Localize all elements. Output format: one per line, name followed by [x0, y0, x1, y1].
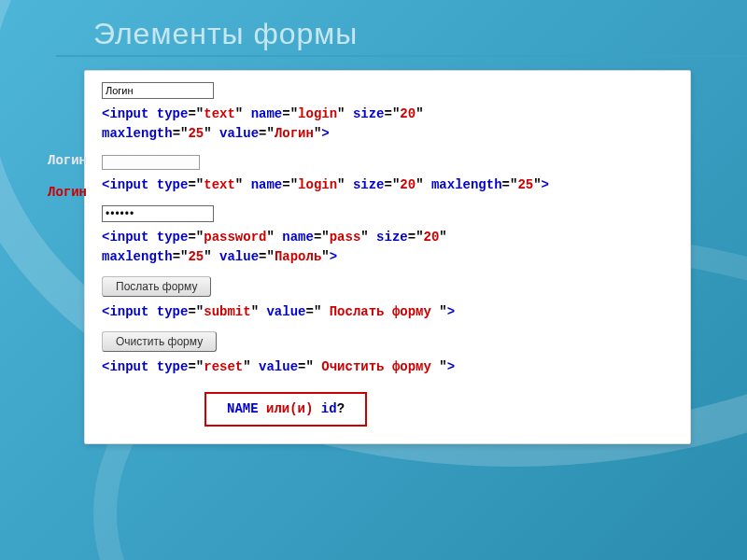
password-input[interactable]: ••••••: [102, 205, 214, 222]
example5-field: Очистить форму: [102, 331, 673, 352]
example1-code: <input type="text" name="login" size="20…: [102, 105, 673, 144]
slide-title: Элементы формы: [93, 17, 358, 50]
example2-code: <input type="text" name="login" size="20…: [102, 175, 673, 195]
example3-code: <input type="password" name="pass" size=…: [102, 228, 673, 267]
example4-code: <input type="submit" value=" Послать фор…: [102, 302, 673, 322]
ghost-label: Логин: [48, 153, 87, 168]
example4-field: Послать форму: [102, 276, 673, 297]
submit-button[interactable]: Послать форму: [102, 276, 211, 297]
example1-field: [102, 81, 673, 99]
content-panel: <input type="text" name="login" size="20…: [84, 70, 691, 444]
reset-button[interactable]: Очистить форму: [102, 331, 217, 352]
example5-code: <input type="reset" value=" Очистить фор…: [102, 357, 673, 377]
name-or-id-box: NAME или(и) id?: [204, 392, 367, 427]
example3-field: ••••••: [102, 204, 673, 222]
example2-field-row: Логин: [102, 153, 673, 170]
login-input-empty[interactable]: [102, 155, 200, 170]
slide-title-wrap: Элементы формы: [56, 0, 747, 57]
login-input-filled[interactable]: [102, 82, 214, 99]
red-login-label: Логин: [48, 185, 87, 200]
